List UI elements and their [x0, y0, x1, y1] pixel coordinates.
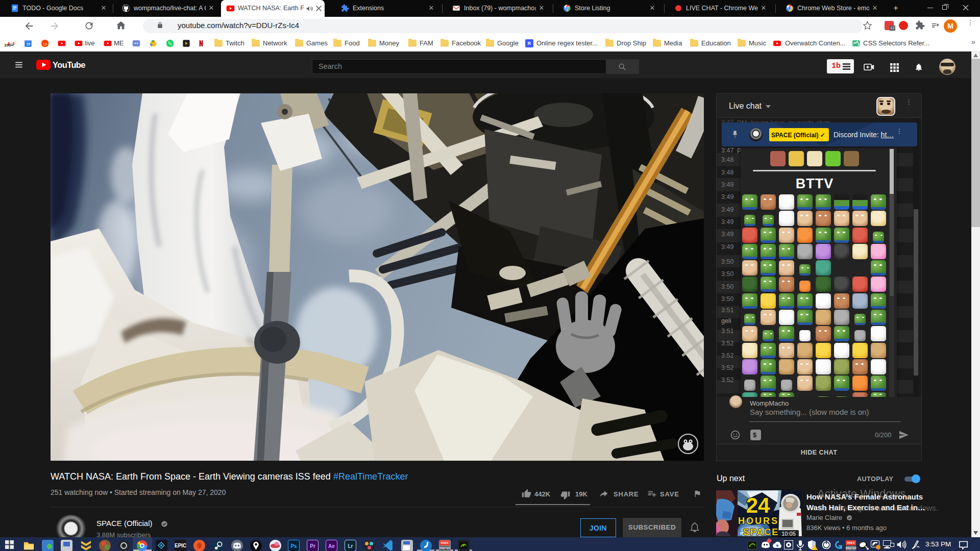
svg-text:R: R	[528, 41, 531, 46]
svg-text:15: 15	[26, 42, 30, 46]
svg-text:HOURS: HOURS	[738, 516, 779, 526]
svg-text:SPACE: SPACE	[743, 527, 779, 536]
svg-text:24: 24	[746, 493, 770, 517]
